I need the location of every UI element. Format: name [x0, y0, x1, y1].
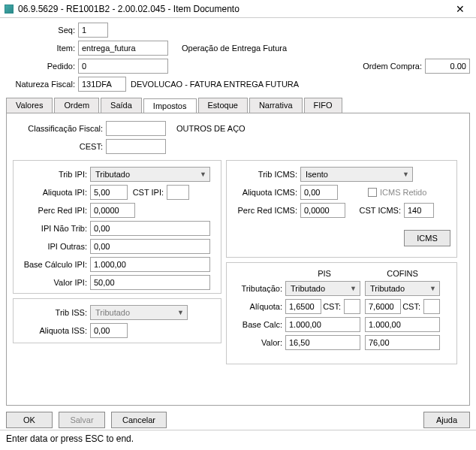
icms-group: Trib ICMS: Isento ▼ Aliquota ICMS: ICMS … — [226, 160, 457, 258]
salvar-button[interactable]: Salvar — [59, 412, 105, 428]
trib-ipi-label: Trib IPI: — [20, 170, 90, 179]
chevron-down-icon: ▼ — [350, 285, 357, 292]
seq-field[interactable] — [78, 23, 108, 38]
pis-valor-field[interactable] — [285, 335, 360, 350]
trib-iss-select[interactable]: Tributado ▼ — [90, 305, 188, 320]
valor-ipi-label: Valor IPI: — [20, 278, 90, 287]
perc-red-ipi-field[interactable] — [90, 203, 135, 218]
natureza-desc: DEVOLUCAO - FATURA ENTREGA FUTURA — [126, 80, 299, 89]
tributacao-label: Tributação: — [233, 284, 285, 293]
aliq-icms-label: Aliquota ICMS: — [233, 188, 300, 197]
cst-ipi-label: CST IPI: — [128, 188, 167, 197]
cst-ipi-field[interactable] — [167, 185, 189, 200]
trib-icms-label: Trib ICMS: — [233, 170, 300, 179]
class-fiscal-label: Classificação Fiscal: — [16, 124, 106, 133]
pis-head: PIS — [285, 269, 363, 278]
ipi-nao-trib-field[interactable] — [90, 221, 210, 236]
tab-narrativa[interactable]: Narrativa — [249, 98, 303, 113]
cofins-base-field[interactable] — [365, 317, 440, 332]
cst-icms-field[interactable] — [404, 203, 434, 218]
perc-red-icms-label: Perc Red ICMS: — [233, 206, 300, 215]
trib-iss-label: Trib ISS: — [20, 308, 90, 317]
ipi-outras-field[interactable] — [90, 239, 210, 254]
pedido-field[interactable] — [78, 59, 168, 74]
tab-saida[interactable]: Saída — [101, 98, 142, 113]
aliq-ipi-field[interactable] — [90, 185, 128, 200]
class-fiscal-field[interactable] — [106, 121, 166, 136]
pc-base-label: Base Calc: — [233, 320, 285, 329]
chevron-down-icon: ▼ — [429, 285, 436, 292]
pedido-label: Pedido: — [6, 62, 78, 71]
tab-valores[interactable]: Valores — [6, 98, 53, 113]
tab-bar: Valores Ordem Saída Impostos Estoque Nar… — [6, 98, 470, 113]
item-label: Item: — [6, 44, 78, 53]
ok-button[interactable]: OK — [6, 412, 53, 428]
base-ipi-field[interactable] — [90, 257, 210, 272]
cofins-trib-value: Tributado — [370, 284, 405, 293]
piscofins-group: PIS COFINS Tributação: Tributado ▼ Tribu… — [226, 262, 457, 364]
trib-iss-value: Tributado — [95, 308, 130, 317]
trib-icms-value: Isento — [306, 170, 328, 179]
aliq-icms-field[interactable] — [300, 185, 338, 200]
cofins-aliq-field[interactable] — [365, 299, 401, 314]
aliq-iss-label: Aliquota ISS: — [20, 326, 90, 335]
item-desc: Operação de Entrega Futura — [177, 44, 287, 53]
close-icon[interactable]: ✕ — [449, 3, 471, 15]
aliq-ipi-label: Aliquota IPI: — [20, 188, 90, 197]
aliq-iss-field[interactable] — [90, 323, 128, 338]
cest-field[interactable] — [106, 139, 166, 154]
icms-button[interactable]: ICMS — [404, 230, 450, 246]
status-bar: Enter data or press ESC to end. — [0, 430, 476, 448]
tab-fifo[interactable]: FIFO — [304, 98, 342, 113]
status-text: Enter data or press ESC to end. — [6, 433, 134, 444]
pc-aliquota-label: Alíquota: — [233, 302, 285, 311]
chevron-down-icon: ▼ — [402, 171, 409, 178]
trib-icms-select[interactable]: Isento ▼ — [300, 167, 413, 182]
base-ipi-label: Base Cálculo IPI: — [20, 260, 90, 269]
tabpanel-impostos: Classificação Fiscal: OUTROS DE AÇO CEST… — [6, 113, 470, 406]
app-icon — [5, 5, 14, 14]
pc-valor-label: Valor: — [233, 338, 285, 347]
tab-estoque[interactable]: Estoque — [198, 98, 248, 113]
seq-label: Seq: — [6, 26, 78, 35]
ajuda-button[interactable]: Ajuda — [423, 412, 470, 428]
icms-retido-label: ICMS Retido — [380, 188, 426, 197]
ordem-compra-label: Ordem Compra: — [357, 62, 425, 71]
icms-retido-checkbox[interactable] — [368, 188, 377, 197]
chevron-down-icon: ▼ — [177, 309, 184, 316]
natureza-label: Natureza Fiscal: — [6, 80, 78, 89]
trib-ipi-select[interactable]: Tributado ▼ — [90, 167, 210, 182]
ipi-group: Trib IPI: Tributado ▼ Aliquota IPI: CST … — [13, 160, 221, 294]
pis-trib-select[interactable]: Tributado ▼ — [285, 281, 360, 296]
title-bar: 06.9.5629 - RE1001B2 - 2.00.02.045 - Ite… — [0, 0, 476, 18]
cofins-cst-field[interactable] — [423, 299, 440, 314]
pis-aliq-field[interactable] — [285, 299, 321, 314]
pis-cst-label: CST: — [321, 302, 344, 311]
footer-buttons: OK Salvar Cancelar Ajuda — [0, 409, 476, 430]
natureza-field[interactable] — [78, 77, 126, 92]
class-fiscal-desc: OUTROS DE AÇO — [172, 124, 246, 133]
pis-base-field[interactable] — [285, 317, 360, 332]
cofins-head: COFINS — [363, 269, 441, 278]
cst-icms-label: CST ICMS: — [345, 206, 404, 215]
cofins-trib-select[interactable]: Tributado ▼ — [365, 281, 440, 296]
ordem-compra-field[interactable] — [425, 59, 470, 74]
cancelar-button[interactable]: Cancelar — [111, 412, 167, 428]
tab-ordem[interactable]: Ordem — [54, 98, 99, 113]
iss-group: Trib ISS: Tributado ▼ Aliquota ISS: — [13, 298, 221, 343]
valor-ipi-field[interactable] — [90, 275, 210, 290]
trib-ipi-value: Tributado — [95, 170, 130, 179]
window-title: 06.9.5629 - RE1001B2 - 2.00.02.045 - Ite… — [18, 4, 449, 14]
cofins-valor-field[interactable] — [365, 335, 440, 350]
ipi-nao-trib-label: IPI Não Trib: — [20, 224, 90, 233]
tab-impostos[interactable]: Impostos — [143, 98, 197, 113]
ipi-outras-label: IPI Outras: — [20, 242, 90, 251]
pis-trib-value: Tributado — [291, 284, 325, 293]
item-field[interactable] — [78, 41, 168, 56]
perc-red-ipi-label: Perc Red IPI: — [20, 206, 90, 215]
cofins-cst-label: CST: — [401, 302, 423, 311]
pis-cst-field[interactable] — [344, 299, 360, 314]
cest-label: CEST: — [16, 142, 106, 151]
perc-red-icms-field[interactable] — [300, 203, 345, 218]
chevron-down-icon: ▼ — [200, 171, 206, 178]
